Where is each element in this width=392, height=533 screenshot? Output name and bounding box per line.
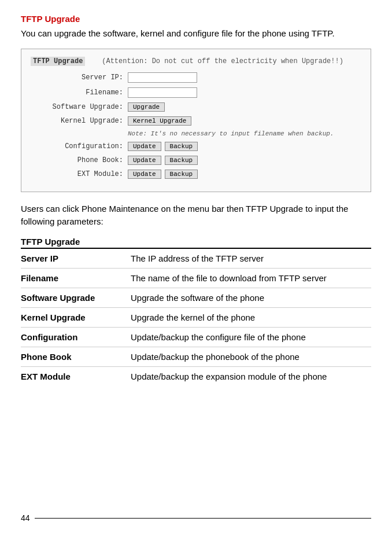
software-upgrade-button[interactable]: Upgrade: [128, 102, 165, 112]
configuration-update-button[interactable]: Update: [128, 142, 161, 151]
ext-module-row: EXT Module: Update Backup: [31, 170, 361, 179]
software-upgrade-label: Software Upgrade:: [31, 103, 123, 111]
table-row: Software UpgradeUpgrade the software of …: [21, 288, 371, 307]
phone-book-label: Phone Book:: [31, 156, 123, 164]
server-ip-input[interactable]: [128, 72, 197, 83]
table-row: Phone BookUpdate/backup the phonebook of…: [21, 347, 371, 366]
section-title: TFTP Upgrade: [21, 237, 371, 248]
phone-book-row: Phone Book: Update Backup: [31, 156, 361, 165]
box-title: TFTP Upgrade: [31, 57, 85, 66]
filename-label: Filename:: [31, 89, 123, 97]
intro-text: You can upgrade the software, kernel and…: [21, 27, 371, 41]
filename-row: Filename:: [31, 87, 361, 98]
table-row: ConfigurationUpdate/backup the configure…: [21, 327, 371, 347]
term-cell: Configuration: [21, 327, 131, 347]
software-upgrade-row: Software Upgrade: Upgrade: [31, 102, 361, 112]
tftp-box-header: TFTP Upgrade (Attention: Do not cut off …: [31, 57, 361, 65]
kernel-upgrade-row: Kernel Upgrade: Kernel Upgrade: [31, 116, 361, 126]
server-ip-row: Server IP:: [31, 72, 361, 83]
definition-cell: Update/backup the phonebook of the phone: [131, 347, 371, 366]
definition-cell: Upgrade the software of the phone: [131, 288, 371, 307]
definition-cell: Update/backup the expansion module of th…: [131, 366, 371, 386]
configuration-label: Configuration:: [31, 142, 123, 150]
page-number: 44: [21, 513, 30, 523]
table-row: Server IPThe IP address of the TFTP serv…: [21, 249, 371, 269]
definition-cell: The name of the file to download from TF…: [131, 268, 371, 288]
phone-book-backup-button[interactable]: Backup: [165, 156, 198, 165]
term-cell: EXT Module: [21, 366, 131, 386]
term-cell: Filename: [21, 268, 131, 288]
term-cell: Kernel Upgrade: [21, 307, 131, 327]
description-text: Users can click Phone Maintenance on the…: [21, 203, 371, 229]
ext-module-label: EXT Module:: [31, 170, 123, 178]
backup-note: Note: It's no necessary to input filenam…: [128, 130, 361, 137]
page-footer: 44: [21, 513, 371, 523]
term-cell: Software Upgrade: [21, 288, 131, 307]
configuration-row: Configuration: Update Backup: [31, 142, 361, 151]
ext-module-backup-button[interactable]: Backup: [165, 170, 198, 179]
server-ip-label: Server IP:: [31, 73, 123, 82]
kernel-upgrade-label: Kernel Upgrade:: [31, 117, 123, 125]
table-row: Kernel UpgradeUpgrade the kernel of the …: [21, 307, 371, 327]
ext-module-update-button[interactable]: Update: [128, 170, 161, 179]
definition-cell: Update/backup the configure file of the …: [131, 327, 371, 347]
filename-input[interactable]: [128, 87, 197, 98]
kernel-upgrade-button[interactable]: Kernel Upgrade: [128, 116, 191, 126]
definition-cell: Upgrade the kernel of the phone: [131, 307, 371, 327]
table-row: FilenameThe name of the file to download…: [21, 268, 371, 288]
box-attention: (Attention: Do not cut off the electrici…: [102, 57, 343, 65]
table-row: EXT ModuleUpdate/backup the expansion mo…: [21, 366, 371, 386]
term-cell: Server IP: [21, 249, 131, 269]
page-title: TFTP Upgrade: [21, 14, 371, 24]
tftp-upgrade-box: TFTP Upgrade (Attention: Do not cut off …: [21, 49, 371, 192]
term-cell: Phone Book: [21, 347, 131, 366]
phone-book-update-button[interactable]: Update: [128, 156, 161, 165]
definition-cell: The IP address of the TFTP server: [131, 249, 371, 269]
footer-line: [35, 518, 371, 519]
info-table: Server IPThe IP address of the TFTP serv…: [21, 249, 371, 386]
configuration-backup-button[interactable]: Backup: [165, 142, 198, 151]
